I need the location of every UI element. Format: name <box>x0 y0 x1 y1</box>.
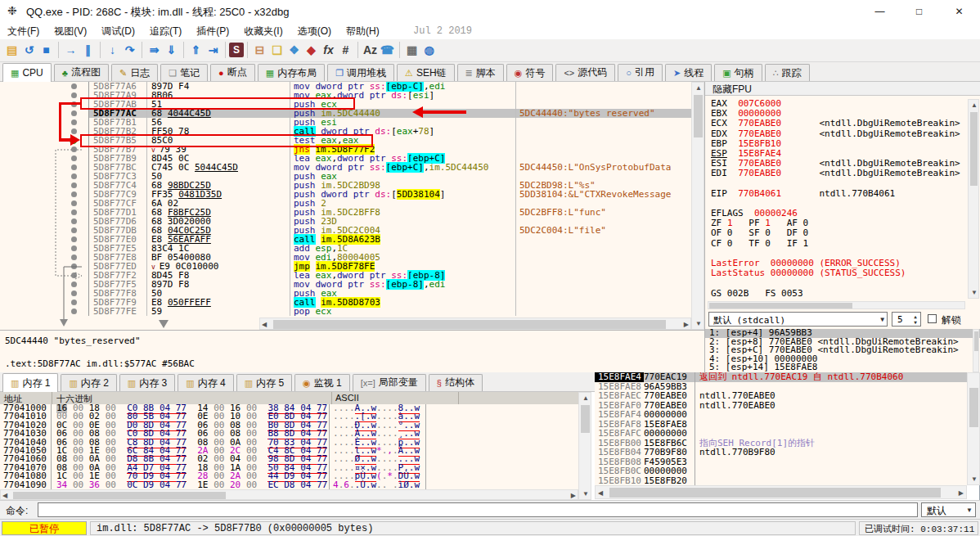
tab-notes[interactable]: ❏笔记 <box>160 64 208 81</box>
hex-byte[interactable]: 20 <box>230 480 241 489</box>
scroll-down-icon[interactable]: ▼ <box>582 490 589 498</box>
breakpoint-cell[interactable] <box>0 235 89 244</box>
row-dot[interactable] <box>71 119 77 125</box>
stack-row[interactable]: 15E8FB04770B9F80ntdll.770B9F80 <box>595 448 967 457</box>
close-button[interactable]: ✕ <box>940 0 978 23</box>
breakpoint-cell[interactable] <box>0 217 89 226</box>
minimize-button[interactable]: — <box>861 0 899 23</box>
dump-horizontal-scrollbar[interactable]: ◀ ▶ <box>0 489 578 500</box>
scroll-right-icon[interactable]: ▶ <box>959 489 964 497</box>
row-dot[interactable] <box>71 236 77 242</box>
pause-icon[interactable]: ∥ <box>79 42 97 59</box>
scroll-thumb[interactable] <box>969 388 978 427</box>
hex-byte[interactable]: 04 <box>300 480 311 489</box>
spinner-arrows-icon[interactable]: ▲▼ <box>911 313 919 325</box>
hide-fpu-button[interactable]: 隐藏FPU <box>705 82 980 96</box>
run-icon[interactable]: → <box>62 42 79 59</box>
breakpoint-cell[interactable] <box>0 109 89 118</box>
tab-handles[interactable]: ▣句柄 <box>714 64 762 81</box>
row-dot[interactable] <box>71 200 77 206</box>
tab-mem-4[interactable]: ▥内存 4 <box>178 374 233 391</box>
close-debuggee-icon[interactable]: ■ <box>38 42 55 59</box>
breakpoint-cell[interactable] <box>0 154 89 163</box>
breakpoint-cell[interactable] <box>0 136 89 145</box>
breakpoint-cell[interactable] <box>0 271 89 280</box>
scroll-down-icon[interactable]: ▼ <box>971 289 978 296</box>
run-trace-icon[interactable]: ⇛ <box>146 42 163 59</box>
scroll-thumb[interactable] <box>273 320 666 329</box>
scroll-thumb[interactable] <box>709 303 852 309</box>
scroll-thumb[interactable] <box>694 95 703 137</box>
hex-byte[interactable]: 04 <box>160 480 170 489</box>
step-into-icon[interactable]: ↓ <box>104 42 121 59</box>
breakpoint-cell[interactable] <box>0 298 89 307</box>
breakpoint-cell[interactable] <box>0 262 89 271</box>
breakpoint-enabled-dot[interactable] <box>70 137 77 144</box>
hex-byte[interactable]: 0C <box>127 480 137 489</box>
breakpoint-cell[interactable] <box>0 91 89 100</box>
row-dot[interactable] <box>71 191 77 197</box>
hex-byte[interactable]: 34 <box>56 480 67 489</box>
hex-byte[interactable]: D8 <box>284 480 294 489</box>
scroll-down-icon[interactable]: ▼ <box>695 320 702 327</box>
breakpoint-cell[interactable] <box>0 199 89 208</box>
breakpoint-cell[interactable] <box>0 208 89 217</box>
disasm-row[interactable]: 5D8F77FE59pop ecx <box>0 307 691 316</box>
row-dot[interactable] <box>71 110 77 116</box>
row-dot[interactable] <box>71 146 77 152</box>
hex-byte[interactable]: 00 <box>106 480 116 489</box>
row-dot[interactable] <box>71 92 77 98</box>
attach-icon[interactable]: ☎ <box>379 42 396 59</box>
row-dot[interactable] <box>71 209 77 215</box>
breakpoint-cell[interactable] <box>0 253 89 262</box>
row-dot[interactable] <box>71 182 77 188</box>
command-type-select[interactable]: 默认 ▼ <box>921 502 976 517</box>
bookmarks-icon[interactable]: ◆ <box>303 42 320 59</box>
arg-row[interactable]: 2: [esp+8] 770EABE0 <ntdll.DbgUiRemoteBr… <box>705 338 980 347</box>
row-dot[interactable] <box>71 128 77 134</box>
arg-row[interactable]: 1: [esp+4] 96A59BB3 <box>705 329 980 338</box>
tab-cpu[interactable]: ▦CPU <box>2 63 52 82</box>
hex-byte[interactable]: 36 <box>89 480 100 489</box>
scroll-up-icon[interactable]: ▲ <box>582 394 589 402</box>
menu-item[interactable]: 视图(V) <box>47 23 94 40</box>
scroll-right-icon[interactable]: ▶ <box>571 492 576 499</box>
scroll-up-icon[interactable]: ▲ <box>971 101 978 109</box>
arg-row[interactable]: 3: [esp+C] 770EABE0 <ntdll.DbgUiRemoteBr… <box>705 346 980 355</box>
dump-vertical-scrollbar[interactable]: ▲ ▼ <box>578 392 591 500</box>
tab-graph[interactable]: ♣流程图 <box>54 64 109 81</box>
restart-icon[interactable]: ↺ <box>20 42 38 59</box>
menu-item[interactable]: 调试(D) <box>94 23 142 40</box>
breakpoint-cell[interactable] <box>0 172 89 181</box>
breakpoint-cell[interactable] <box>0 226 89 235</box>
tab-memmap[interactable]: ▦内存布局 <box>258 64 325 81</box>
scroll-thumb[interactable] <box>581 405 590 433</box>
menu-item[interactable]: 收藏夹(I) <box>236 23 290 40</box>
row-dot[interactable] <box>71 164 77 170</box>
arg-row[interactable]: 4: [esp+10] 00000000 <box>705 355 980 364</box>
scroll-down-icon[interactable]: ▼ <box>971 475 978 483</box>
scroll-thumb[interactable] <box>13 492 226 499</box>
breakpoint-cell[interactable] <box>0 100 89 109</box>
row-dot[interactable] <box>71 173 77 179</box>
scroll-thumb[interactable] <box>974 331 978 351</box>
stack-row[interactable]: 15E8FAEC770EABE0ntdll.770EABE0 <box>595 391 967 401</box>
row-dot[interactable] <box>71 155 77 161</box>
scroll-left-icon[interactable]: ◀ <box>598 489 603 497</box>
stack-vertical-scrollbar[interactable]: ▼ <box>967 372 980 485</box>
breakpoint-cell[interactable] <box>0 280 89 289</box>
menu-item[interactable]: 插件(P) <box>189 23 236 40</box>
calculator-icon[interactable]: ▦ <box>403 42 420 59</box>
menu-item[interactable]: 文件(F) <box>0 23 47 40</box>
labels-icon[interactable]: ❖ <box>285 42 303 59</box>
unlock-checkbox[interactable] <box>928 314 937 323</box>
stack-row[interactable]: 15E8FAF400000000 <box>595 410 967 420</box>
tab-mem-2[interactable]: ▥内存 2 <box>61 374 116 391</box>
registers-vertical-scrollbar[interactable]: ▲ ▼ <box>968 99 979 299</box>
row-dot[interactable] <box>71 291 77 296</box>
comments-icon[interactable]: ❑ <box>268 42 285 59</box>
scroll-right-icon[interactable]: ▶ <box>684 321 689 328</box>
hex-byte[interactable]: 00 <box>214 480 224 489</box>
functions-icon[interactable]: fx <box>320 42 337 59</box>
calling-convention-select[interactable]: 默认 (stdcall) ▼ <box>708 312 888 327</box>
